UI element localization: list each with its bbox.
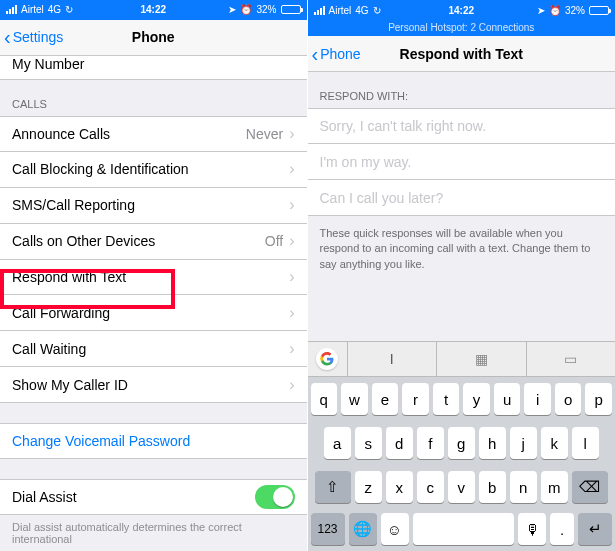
key-mic[interactable]: 🎙 <box>518 513 546 545</box>
key-shift[interactable]: ⇧ <box>315 471 351 503</box>
key-u[interactable]: u <box>494 383 521 415</box>
key-c[interactable]: c <box>417 471 444 503</box>
globe-icon: 🌐 <box>353 520 372 538</box>
chevron-right-icon: › <box>289 340 294 358</box>
suggestion-1[interactable]: I <box>348 342 438 376</box>
response-field-2[interactable]: I'm on my way. <box>308 144 616 180</box>
chevron-right-icon: › <box>289 196 294 214</box>
dial-assist-row[interactable]: Dial Assist <box>0 479 307 515</box>
key-j[interactable]: j <box>510 427 537 459</box>
chevron-right-icon: › <box>289 232 294 250</box>
key-n[interactable]: n <box>510 471 537 503</box>
google-suggest-icon[interactable] <box>308 342 348 376</box>
cell-label: Respond with Text <box>12 269 126 285</box>
chevron-left-icon: ‹ <box>312 44 319 64</box>
key-g[interactable]: g <box>448 427 475 459</box>
key-q[interactable]: q <box>311 383 338 415</box>
key-f[interactable]: f <box>417 427 444 459</box>
key-p[interactable]: p <box>585 383 612 415</box>
battery-icon <box>281 5 301 14</box>
chevron-right-icon: › <box>289 268 294 286</box>
key-h[interactable]: h <box>479 427 506 459</box>
key-space[interactable] <box>413 513 515 545</box>
respond-footer: These quick responses will be available … <box>308 216 616 282</box>
chevron-right-icon: › <box>289 125 294 143</box>
key-x[interactable]: x <box>386 471 413 503</box>
key-dot[interactable]: . <box>550 513 574 545</box>
battery-icon <box>589 6 609 15</box>
call-waiting-row[interactable]: Call Waiting › <box>0 331 307 367</box>
response-field-3[interactable]: Can I call you later? <box>308 180 616 216</box>
key-s[interactable]: s <box>355 427 382 459</box>
dial-assist-toggle[interactable] <box>255 485 295 509</box>
key-globe[interactable]: 🌐 <box>349 513 377 545</box>
chevron-left-icon: ‹ <box>4 27 11 47</box>
key-v[interactable]: v <box>448 471 475 503</box>
key-o[interactable]: o <box>555 383 582 415</box>
key-emoji[interactable]: ☺ <box>381 513 409 545</box>
nav-bar: ‹ Phone Respond with Text <box>308 36 616 72</box>
nav-bar: ‹ Settings Phone <box>0 20 307 56</box>
placeholder-text: Can I call you later? <box>320 190 444 206</box>
key-123[interactable]: 123 <box>311 513 345 545</box>
key-k[interactable]: k <box>541 427 568 459</box>
key-r[interactable]: r <box>402 383 429 415</box>
cell-label: Announce Calls <box>12 126 110 142</box>
calls-other-devices-row[interactable]: Calls on Other Devices Off› <box>0 224 307 260</box>
show-caller-id-row[interactable]: Show My Caller ID › <box>0 367 307 403</box>
cell-label: Calls on Other Devices <box>12 233 155 249</box>
cell-label: SMS/Call Reporting <box>12 197 135 213</box>
cell-value: Never <box>246 126 283 142</box>
page-title: Respond with Text <box>400 46 523 62</box>
cell-label: Call Waiting <box>12 341 86 357</box>
cell-value: Off <box>265 233 283 249</box>
key-y[interactable]: y <box>463 383 490 415</box>
call-forwarding-row[interactable]: Call Forwarding › <box>0 295 307 331</box>
key-m[interactable]: m <box>541 471 568 503</box>
key-z[interactable]: z <box>355 471 382 503</box>
key-l[interactable]: l <box>572 427 599 459</box>
cell-label: Call Blocking & Identification <box>12 161 189 177</box>
google-logo-icon <box>316 348 338 370</box>
announce-calls-row[interactable]: Announce Calls Never› <box>0 116 307 152</box>
back-button[interactable]: ‹ Phone <box>312 44 361 64</box>
back-label: Settings <box>13 29 64 45</box>
chevron-right-icon: › <box>289 376 294 394</box>
key-e[interactable]: e <box>372 383 399 415</box>
suggestion-sticker[interactable]: ▭ <box>527 342 616 376</box>
key-d[interactable]: d <box>386 427 413 459</box>
placeholder-text: I'm on my way. <box>320 154 412 170</box>
hotspot-banner[interactable]: Personal Hotspot: 2 Connections <box>308 20 616 36</box>
gif-icon: ▦ <box>475 351 488 367</box>
back-button[interactable]: ‹ Settings <box>4 27 63 47</box>
suggestion-gif[interactable]: ▦ <box>437 342 527 376</box>
respond-with-header: RESPOND WITH: <box>308 72 616 108</box>
keyboard-suggestions: I ▦ ▭ <box>308 341 616 377</box>
shift-icon: ⇧ <box>326 478 339 496</box>
respond-with-text-row[interactable]: Respond with Text › <box>0 260 307 296</box>
sticker-icon: ▭ <box>564 351 577 367</box>
key-a[interactable]: a <box>324 427 351 459</box>
key-w[interactable]: w <box>341 383 368 415</box>
key-t[interactable]: t <box>433 383 460 415</box>
cell-label: Dial Assist <box>12 489 77 505</box>
back-label: Phone <box>320 46 360 62</box>
return-icon: ↵ <box>589 520 602 538</box>
change-voicemail-row[interactable]: Change Voicemail Password <box>0 423 307 459</box>
mic-icon: 🎙 <box>525 521 540 538</box>
keyboard-row-3: ⇧ z x c v b n m ⌫ <box>308 465 616 509</box>
key-b[interactable]: b <box>479 471 506 503</box>
cell-label: Show My Caller ID <box>12 377 128 393</box>
key-return[interactable]: ↵ <box>578 513 612 545</box>
response-field-1[interactable]: Sorry, I can't talk right now. <box>308 108 616 144</box>
placeholder-text: Sorry, I can't talk right now. <box>320 118 487 134</box>
key-backspace[interactable]: ⌫ <box>572 471 608 503</box>
chevron-right-icon: › <box>289 304 294 322</box>
page-title: Phone <box>132 29 175 45</box>
my-number-row[interactable]: My Number <box>0 56 307 80</box>
status-time: 14:22 <box>308 5 616 16</box>
key-i[interactable]: i <box>524 383 551 415</box>
call-blocking-row[interactable]: Call Blocking & Identification › <box>0 152 307 188</box>
chevron-right-icon: › <box>289 160 294 178</box>
sms-call-reporting-row[interactable]: SMS/Call Reporting › <box>0 188 307 224</box>
